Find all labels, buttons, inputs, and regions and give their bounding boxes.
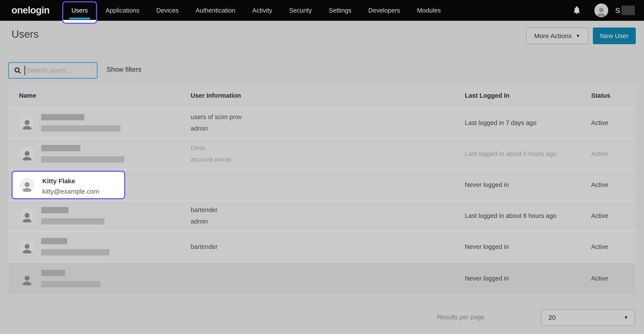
table-row-highlighted[interactable]: Kitty Flake kitty@example.com Never logg… (8, 170, 635, 201)
last-logged-in-value: Never logged in (465, 275, 509, 282)
nav-item-developers[interactable]: Developers (360, 0, 409, 21)
user-avatar (20, 271, 34, 286)
kitty-flake-spotlight-card[interactable]: Kitty Flake kitty@example.com (12, 171, 125, 199)
redaction-bar (41, 125, 120, 132)
user-info-line: users of scim prov (191, 113, 242, 121)
search-icon (14, 66, 22, 74)
user-info-line: bartender (191, 206, 218, 214)
table-row[interactable]: users of scim prov admin Last logged in … (8, 108, 635, 139)
status-value: Active (591, 243, 608, 250)
last-logged-in-value: Last logged in 7 days ago (465, 119, 536, 126)
column-header-name[interactable]: Name (19, 84, 36, 108)
nav-item-modules[interactable]: Modules (408, 0, 449, 21)
user-info-line: bartender (191, 243, 218, 250)
user-info-line: Devs (191, 144, 232, 152)
dropdown-caret-icon: ▼ (576, 33, 580, 39)
user-avatar (20, 178, 34, 192)
account-name-initial: S (615, 6, 620, 15)
user-avatar (20, 146, 34, 161)
new-user-button[interactable]: New User (593, 27, 636, 44)
column-header-status[interactable]: Status (591, 84, 610, 108)
nav-item-authentication[interactable]: Authentication (187, 0, 244, 21)
active-tab-indicator (69, 17, 90, 19)
redaction-bar (41, 145, 80, 151)
redacted-name-bars (41, 238, 110, 256)
user-info-line: account owner (191, 156, 232, 163)
status-value: Active (591, 119, 608, 126)
top-navigation-bar: onelogin Users Applications Devices Auth… (0, 0, 644, 21)
status-value: Active (591, 212, 608, 219)
user-avatar (20, 239, 34, 254)
column-header-last-logged-in[interactable]: Last Logged In (465, 84, 510, 108)
user-name: Kitty Flake (42, 177, 75, 185)
table-row[interactable]: bartender Never logged in Active (8, 232, 635, 263)
redaction-bar (41, 114, 84, 120)
more-actions-button[interactable]: More Actions ▼ (526, 27, 588, 44)
nav-item-activity[interactable]: Activity (244, 0, 280, 21)
status-value: Active (591, 181, 608, 188)
redacted-name-bars (41, 270, 100, 287)
account-name-redaction (622, 6, 635, 15)
nav-item-settings[interactable]: Settings (320, 0, 360, 21)
search-users-input[interactable]: Search users... (8, 62, 98, 79)
redacted-name-bars (41, 207, 104, 225)
nav-item-label: Settings (329, 7, 352, 14)
user-email: kitty@example.com (42, 188, 99, 195)
nav-item-applications[interactable]: Applications (97, 0, 148, 21)
select-caret-icon: ▼ (624, 315, 628, 320)
last-logged-in-value: Last logged in about 6 hours ago (465, 212, 556, 219)
search-placeholder-text: Search users... (26, 66, 72, 74)
show-filters-link[interactable]: Show filters (106, 66, 141, 73)
table-row[interactable]: bartender admin Last logged in about 6 h… (8, 201, 635, 232)
primary-nav: Users Applications Devices Authenticatio… (62, 0, 449, 21)
nav-item-label: Users (72, 7, 88, 14)
redaction-bar (41, 270, 65, 276)
nav-item-label: Security (289, 7, 312, 14)
table-row[interactable]: Never logged in Active (8, 263, 635, 294)
redacted-name-bars (41, 145, 124, 163)
last-logged-in-value: Never logged in (465, 181, 509, 188)
last-logged-in-value: Last logged in about 5 hours ago (465, 150, 556, 157)
nav-item-devices[interactable]: Devices (148, 0, 187, 21)
notifications-bell-icon[interactable] (572, 5, 582, 16)
nav-item-label: Developers (368, 7, 400, 14)
nav-item-label: Authentication (196, 7, 236, 14)
redaction-bar (41, 218, 104, 225)
column-header-user-information[interactable]: User Information (191, 84, 241, 108)
text-cursor (24, 66, 25, 75)
results-per-page-label: Results per page (437, 314, 484, 321)
user-info-line: admin (191, 218, 218, 225)
redaction-bar (41, 156, 124, 163)
users-admin-page: onelogin Users Applications Devices Auth… (0, 0, 644, 334)
redaction-bar (41, 238, 67, 244)
redaction-bar (41, 249, 110, 256)
user-info-line: admin (191, 125, 242, 132)
more-actions-label: More Actions (534, 32, 572, 40)
nav-item-security[interactable]: Security (280, 0, 320, 21)
status-value: Active (591, 275, 608, 282)
nav-item-label: Modules (417, 7, 441, 14)
user-avatar (20, 115, 34, 130)
status-value: Active (591, 150, 608, 157)
table-row[interactable]: Devs account owner Last logged in about … (8, 139, 635, 170)
nav-item-label: Activity (252, 7, 272, 14)
redacted-name-bars (41, 114, 120, 132)
user-avatar (20, 208, 34, 223)
table-header-row: Name User Information Last Logged In Sta… (8, 84, 635, 108)
spotlight-white-strip (63, 20, 96, 23)
page-title: Users (12, 28, 38, 40)
new-user-label: New User (600, 32, 628, 40)
account-avatar[interactable] (594, 3, 608, 17)
account-menu[interactable]: S (615, 6, 635, 15)
nav-item-users[interactable]: Users (62, 0, 97, 21)
redaction-bar (41, 281, 100, 287)
page-size-value: 20 (548, 314, 556, 321)
nav-right-cluster: S (572, 0, 635, 21)
onelogin-logo: onelogin (12, 5, 50, 15)
redaction-bar (41, 207, 68, 213)
nav-item-label: Devices (156, 7, 178, 14)
page-size-select[interactable]: 20 ▼ (541, 310, 635, 326)
last-logged-in-value: Never logged in (465, 243, 509, 250)
users-table: Name User Information Last Logged In Sta… (8, 84, 635, 294)
nav-item-label: Applications (106, 7, 139, 14)
